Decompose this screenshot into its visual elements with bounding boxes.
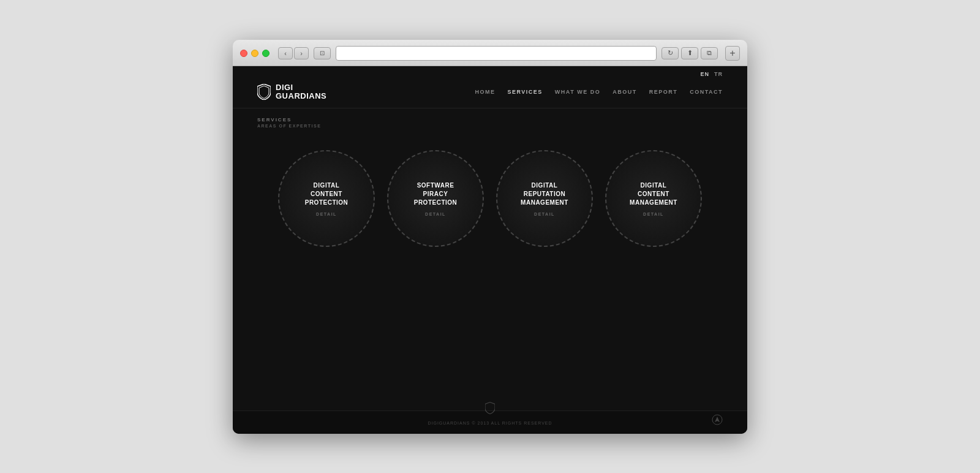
service-title-3: DIGITALREPUTATIONMANAGEMENT xyxy=(521,181,568,207)
refresh-button[interactable]: ↻ xyxy=(662,47,679,59)
language-bar: EN TR xyxy=(233,66,747,80)
traffic-lights xyxy=(240,50,270,57)
logo-text: DIGIGUARDIANS xyxy=(276,83,326,101)
service-detail-4: DETAIL xyxy=(643,212,664,216)
service-digital-content-management[interactable]: DIGITALCONTENTMANAGEMENT DETAIL xyxy=(605,150,702,247)
minimize-button[interactable] xyxy=(251,50,258,57)
forward-button[interactable]: › xyxy=(294,47,309,59)
nav-home[interactable]: HOME xyxy=(475,89,495,95)
service-detail-2: DETAIL xyxy=(425,212,446,216)
breadcrumb-subtitle: AREAS OF EXPERTISE xyxy=(257,124,723,128)
close-button[interactable] xyxy=(240,50,247,57)
nav-contact[interactable]: CONTACT xyxy=(690,89,723,95)
nav-buttons: ‹ › xyxy=(278,47,309,59)
services-section: DIGITALCONTENTPROTECTION DETAIL SOFTWARE… xyxy=(233,132,747,284)
content-spacer xyxy=(233,284,747,406)
lang-en[interactable]: EN xyxy=(700,71,709,77)
logo[interactable]: DIGIGUARDIANS xyxy=(257,83,326,101)
duplicate-button[interactable]: ⧉ xyxy=(701,47,718,59)
address-bar[interactable] xyxy=(336,46,657,61)
breadcrumb-title: SERVICES xyxy=(257,117,723,123)
breadcrumb-section: SERVICES AREAS OF EXPERTISE xyxy=(233,108,747,132)
logo-shield-icon xyxy=(257,84,271,100)
layout-button[interactable]: ⊡ xyxy=(314,47,331,59)
maximize-button[interactable] xyxy=(262,50,270,57)
svg-marker-1 xyxy=(715,417,720,422)
nav-about[interactable]: ABOUT xyxy=(612,89,637,95)
nav-what-we-do[interactable]: WHAT WE DO xyxy=(555,89,600,95)
nav-report[interactable]: REPORT xyxy=(649,89,678,95)
service-detail-1: DETAIL xyxy=(316,212,337,216)
service-digital-reputation-management[interactable]: DIGITALREPUTATIONMANAGEMENT DETAIL xyxy=(496,150,593,247)
footer-arrow-icon xyxy=(712,414,723,428)
nav-services[interactable]: SERVICES xyxy=(507,89,542,95)
browser-window: ‹ › ⊡ ↻ ⬆ ⧉ + EN TR DIGIGUARDIANS xyxy=(233,40,747,434)
service-title-2: SOFTWAREPIRACYPROTECTION xyxy=(414,181,458,207)
back-button[interactable]: ‹ xyxy=(278,47,293,59)
service-software-piracy-protection[interactable]: SOFTWAREPIRACYPROTECTION DETAIL xyxy=(387,150,484,247)
footer-copyright: DIGIGUARDIANS © 2013 ALL RIGHTS RESERVED xyxy=(257,420,723,425)
site-nav: HOME SERVICES WHAT WE DO ABOUT REPORT CO… xyxy=(475,89,723,95)
lang-tr[interactable]: TR xyxy=(714,71,723,77)
site-header: DIGIGUARDIANS HOME SERVICES WHAT WE DO A… xyxy=(233,80,747,109)
website-content: EN TR DIGIGUARDIANS HOME SERVICES WHAT W… xyxy=(233,66,747,434)
service-detail-3: DETAIL xyxy=(534,212,555,216)
site-footer: DIGIGUARDIANS © 2013 ALL RIGHTS RESERVED xyxy=(233,411,747,434)
service-digital-content-protection[interactable]: DIGITALCONTENTPROTECTION DETAIL xyxy=(278,150,375,247)
service-title-4: DIGITALCONTENTMANAGEMENT xyxy=(630,181,677,207)
share-button[interactable]: ⬆ xyxy=(681,47,698,59)
add-tab-button[interactable]: + xyxy=(725,46,740,61)
browser-chrome: ‹ › ⊡ ↻ ⬆ ⧉ + xyxy=(233,40,747,66)
footer-logo xyxy=(485,402,495,417)
browser-actions: ↻ ⬆ ⧉ xyxy=(662,47,718,59)
service-title-1: DIGITALCONTENTPROTECTION xyxy=(305,181,349,207)
